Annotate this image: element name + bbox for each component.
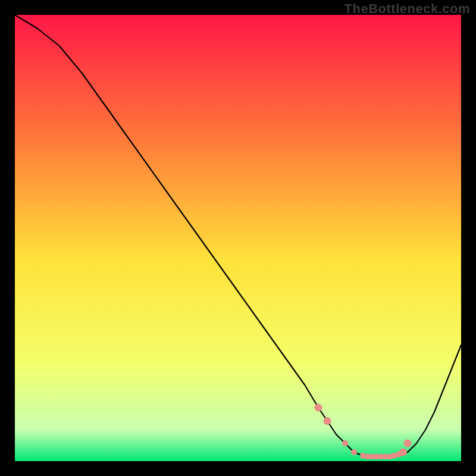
bottleneck-chart: [0, 0, 476, 476]
data-marker: [351, 449, 357, 455]
data-marker: [315, 404, 322, 412]
data-marker: [399, 449, 407, 456]
watermark-label: TheBottleneck.com: [345, 1, 470, 17]
data-marker: [324, 417, 331, 425]
chart-frame: TheBottleneck.com: [0, 0, 476, 476]
data-marker: [404, 440, 412, 447]
data-marker: [342, 440, 348, 446]
plot-background: [15, 15, 461, 461]
